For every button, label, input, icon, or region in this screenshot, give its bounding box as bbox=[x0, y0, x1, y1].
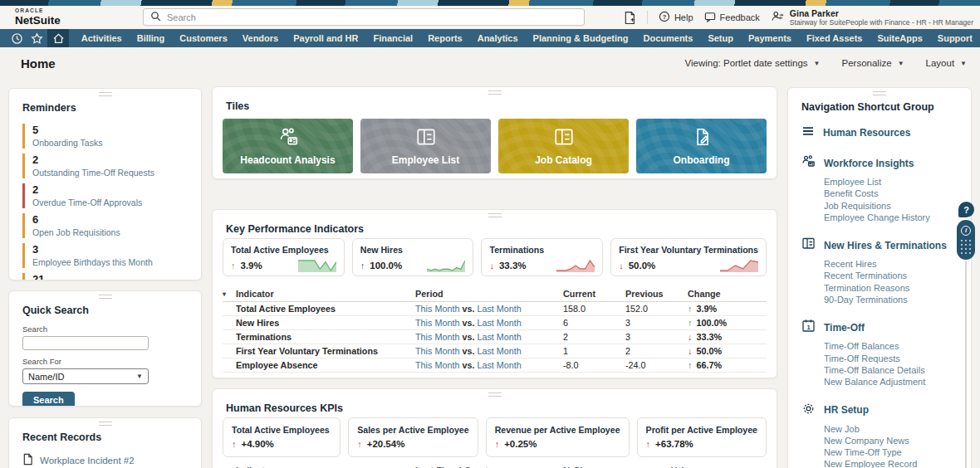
period-link[interactable]: This Month bbox=[415, 332, 459, 342]
drag-handle[interactable] bbox=[488, 392, 502, 397]
period-link[interactable]: Last Month bbox=[477, 360, 521, 370]
shortcut-link[interactable]: New Balance Adjustment bbox=[824, 376, 958, 388]
kpi-card[interactable]: Terminations↓33.3% bbox=[481, 238, 603, 276]
search-for-select[interactable]: Name/ID ▼ bbox=[22, 368, 149, 384]
period-link[interactable]: This Month bbox=[415, 360, 459, 370]
shortcut-link[interactable]: Time-Off Balance Details bbox=[824, 364, 958, 376]
period-link[interactable]: This Month bbox=[415, 346, 459, 356]
kpi-card[interactable]: New Hires↑100.0% bbox=[352, 238, 474, 276]
kpi-card[interactable]: Total Active Employees↑3.9% bbox=[223, 238, 345, 276]
shortcut-group-hr-setup[interactable]: HR Setup bbox=[801, 402, 958, 419]
nav-item-vendors[interactable]: Vendors bbox=[235, 29, 286, 47]
recents-icon[interactable] bbox=[7, 29, 27, 47]
shortcut-root-label: Human Resources bbox=[823, 127, 910, 139]
netsuite-logo[interactable]: ORACLE NetSuite bbox=[15, 8, 61, 26]
tile-employee-list[interactable]: Employee List bbox=[360, 119, 491, 173]
drag-handle[interactable] bbox=[488, 213, 502, 217]
viewing-dropdown[interactable]: Viewing: Portlet date settings ▼ bbox=[685, 58, 821, 68]
period-link[interactable]: Last Month bbox=[477, 332, 521, 342]
reminder-count: 3 bbox=[32, 243, 188, 256]
drag-handle[interactable] bbox=[99, 422, 112, 426]
apps-grid-icon[interactable] bbox=[961, 240, 972, 255]
period-link[interactable]: This Month bbox=[415, 304, 459, 314]
shortcut-link[interactable]: New Job bbox=[824, 423, 958, 435]
scrollbar[interactable] bbox=[965, 261, 967, 468]
search-input[interactable] bbox=[167, 12, 577, 22]
create-new-icon[interactable] bbox=[623, 11, 636, 25]
tile-job-catalog[interactable]: Job Catalog bbox=[498, 119, 629, 173]
period-link[interactable]: This Month bbox=[415, 318, 459, 328]
quick-search-input[interactable] bbox=[22, 336, 149, 350]
reminder-item[interactable]: 2Outstanding Time-Off Requests bbox=[22, 154, 188, 178]
feedback-button[interactable]: Feedback bbox=[704, 12, 760, 24]
nav-item-suiteapps[interactable]: SuiteApps bbox=[870, 29, 929, 47]
info-icon[interactable]: i bbox=[961, 226, 971, 236]
nav-item-planning-budgeting[interactable]: Planning & Budgeting bbox=[526, 29, 636, 47]
collapse-caret-icon[interactable]: ▾ bbox=[223, 290, 236, 298]
shortcut-link[interactable]: New Company News bbox=[824, 435, 958, 446]
tile-headcount-analysis[interactable]: Headcount Analysis bbox=[223, 119, 353, 173]
shortcut-link[interactable]: Job Requisitions bbox=[824, 200, 958, 212]
shortcut-link[interactable]: Time-Off Balances bbox=[824, 340, 958, 352]
nav-item-support[interactable]: Support bbox=[930, 29, 980, 47]
nav-item-fixed-assets[interactable]: Fixed Assets bbox=[799, 29, 870, 47]
reminder-item[interactable]: 6Open Job Requisitions bbox=[22, 213, 188, 238]
shortcuts-star-icon[interactable] bbox=[27, 29, 48, 47]
nav-item-customers[interactable]: Customers bbox=[172, 29, 234, 47]
drag-handle[interactable] bbox=[99, 295, 112, 299]
search-for-value: Name/ID bbox=[28, 372, 64, 382]
shortcut-link[interactable]: Employee Change History bbox=[824, 212, 958, 223]
nav-item-documents[interactable]: Documents bbox=[636, 29, 701, 47]
tile-onboarding[interactable]: Onboarding bbox=[636, 119, 767, 173]
home-icon[interactable] bbox=[47, 29, 69, 47]
drag-handle[interactable] bbox=[488, 90, 502, 95]
nav-item-analytics[interactable]: Analytics bbox=[470, 29, 526, 47]
shortcut-group-time-off[interactable]: 1Time-Off bbox=[801, 319, 958, 336]
user-menu[interactable]: Gina Parker Stairway for SuitePeople wit… bbox=[771, 8, 973, 27]
hr-kpi-card[interactable]: Revenue per Active Employee↑+0.25% bbox=[486, 417, 630, 457]
reminder-item[interactable]: 2Overdue Time-Off Approvals bbox=[22, 183, 188, 208]
global-search[interactable] bbox=[143, 8, 585, 26]
hr-kpi-card[interactable]: Total Active Employees↑+4.90% bbox=[223, 417, 341, 457]
shortcut-group-workforce-insights[interactable]: Workforce Insights bbox=[801, 154, 958, 172]
nav-item-payments[interactable]: Payments bbox=[741, 29, 799, 47]
reminder-item[interactable]: 3Employee Birthdays this Month bbox=[22, 243, 188, 268]
shortcut-link[interactable]: Recent Terminations bbox=[824, 270, 958, 281]
nav-item-financial[interactable]: Financial bbox=[365, 29, 420, 47]
kpi-card[interactable]: First Year Voluntary Terminations↓50.0% bbox=[610, 238, 767, 276]
period-link[interactable]: Last Month bbox=[477, 318, 521, 328]
drag-handle[interactable] bbox=[99, 92, 112, 96]
drag-handle[interactable] bbox=[873, 91, 886, 95]
hr-kpi-card[interactable]: Profit per Active Employee↑+63.78% bbox=[637, 417, 767, 457]
hr-kpi-card[interactable]: Sales per Active Employee↑+20.54% bbox=[348, 417, 478, 457]
nav-item-reports[interactable]: Reports bbox=[420, 29, 470, 47]
nav-item-billing[interactable]: Billing bbox=[130, 29, 173, 47]
help-button[interactable]: ? Help bbox=[659, 11, 693, 24]
shortcut-link[interactable]: 90-Day Terminations bbox=[824, 294, 958, 305]
kpi-current: 1 bbox=[563, 346, 625, 356]
personalize-dropdown[interactable]: Personalize ▼ bbox=[842, 58, 904, 68]
shortcut-link[interactable]: Recent Hires bbox=[824, 258, 958, 270]
recent-record-link[interactable]: Workplace Incident #2 bbox=[22, 453, 188, 467]
reminder-item[interactable]: 21Employee Anniversaries this Month bbox=[22, 273, 188, 280]
period-link[interactable]: Last Month bbox=[477, 304, 521, 314]
nav-item-payroll-and-hr[interactable]: Payroll and HR bbox=[286, 29, 365, 47]
period-vs: vs. bbox=[459, 304, 477, 314]
period-link[interactable]: Last Month bbox=[477, 346, 521, 356]
shortcut-root-human-resources[interactable]: Human Resources bbox=[801, 124, 958, 141]
shortcut-link[interactable]: Employee List bbox=[824, 176, 958, 188]
shortcut-link[interactable]: Termination Reasons bbox=[824, 282, 958, 294]
nav-item-setup[interactable]: Setup bbox=[700, 29, 741, 47]
kpi-portlet: Key Performance Indicators Total Active … bbox=[212, 209, 777, 378]
shortcut-link[interactable]: New Employee Record bbox=[824, 458, 958, 468]
shortcut-link[interactable]: New Time-Off Type bbox=[824, 446, 958, 458]
quick-search-button[interactable]: Search bbox=[22, 392, 75, 407]
reminder-item[interactable]: 5Onboarding Tasks bbox=[22, 124, 188, 149]
app-header: ORACLE NetSuite ? Help Feedback bbox=[0, 6, 980, 29]
help-bubble-icon[interactable]: ? bbox=[958, 202, 974, 217]
shortcut-link[interactable]: Time-Off Requests bbox=[824, 353, 958, 364]
nav-item-activities[interactable]: Activities bbox=[74, 29, 130, 47]
shortcut-link[interactable]: Benefit Costs bbox=[824, 188, 958, 199]
layout-dropdown[interactable]: Layout ▼ bbox=[926, 58, 967, 68]
shortcut-group-new-hires-terminations[interactable]: New Hires & Terminations bbox=[801, 236, 958, 254]
